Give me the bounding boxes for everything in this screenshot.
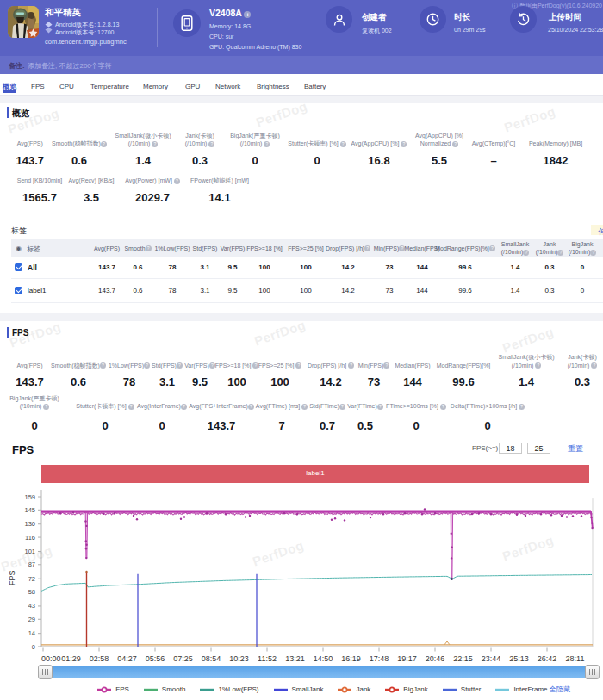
svg-text:00:00: 00:00 <box>41 654 61 661</box>
svg-text:58: 58 <box>28 588 35 596</box>
svg-text:05:56: 05:56 <box>146 654 165 661</box>
svg-text:17:48: 17:48 <box>370 654 389 661</box>
svg-text:02:58: 02:58 <box>90 654 109 661</box>
svg-text:101: 101 <box>24 548 35 555</box>
svg-text:16:19: 16:19 <box>341 654 361 661</box>
svg-text:23:44: 23:44 <box>482 654 501 661</box>
svg-text:13:21: 13:21 <box>285 654 305 661</box>
svg-text:FPS: FPS <box>8 570 16 585</box>
svg-text:130: 130 <box>24 520 35 528</box>
svg-text:0: 0 <box>32 643 35 651</box>
svg-text:01:29: 01:29 <box>61 654 81 661</box>
svg-text:87: 87 <box>28 561 35 568</box>
svg-text:19:17: 19:17 <box>397 654 417 661</box>
svg-text:26:42: 26:42 <box>538 654 557 661</box>
svg-text:08:54: 08:54 <box>202 654 221 661</box>
svg-text:43: 43 <box>28 602 35 610</box>
svg-text:159: 159 <box>24 493 35 501</box>
svg-text:29: 29 <box>28 616 35 623</box>
svg-text:22:15: 22:15 <box>453 654 473 661</box>
svg-text:10:23: 10:23 <box>229 654 249 661</box>
svg-text:72: 72 <box>28 575 35 583</box>
svg-text:145: 145 <box>24 506 35 514</box>
svg-text:116: 116 <box>25 534 35 542</box>
svg-text:20:46: 20:46 <box>426 654 445 661</box>
svg-text:04:27: 04:27 <box>117 654 137 661</box>
svg-text:28:11: 28:11 <box>566 654 585 661</box>
svg-text:11:52: 11:52 <box>258 654 277 661</box>
svg-text:14: 14 <box>28 629 35 637</box>
svg-text:14:50: 14:50 <box>314 654 333 661</box>
svg-text:25:13: 25:13 <box>509 654 529 661</box>
svg-text:07:25: 07:25 <box>173 654 193 661</box>
